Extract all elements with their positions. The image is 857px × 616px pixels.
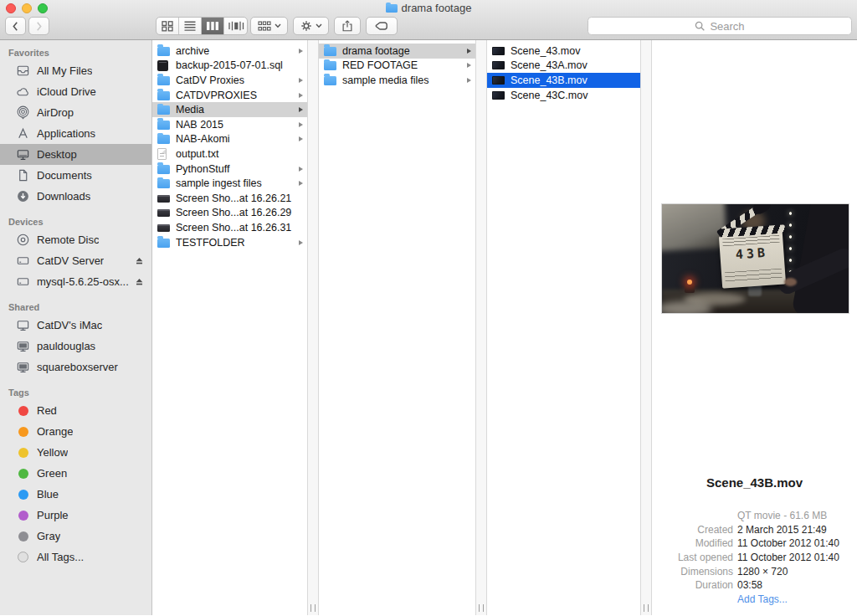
forward-button[interactable] (28, 17, 49, 35)
search-input[interactable]: Search (588, 17, 852, 35)
sidebar-item-desktop[interactable]: Desktop (0, 144, 151, 165)
file-icon (157, 239, 170, 248)
file-row-red-footage[interactable]: RED FOOTAGE (319, 59, 475, 74)
sidebar-item-icon (15, 64, 31, 78)
sidebar-section-tags: Tags Red Orange Yellow (0, 385, 151, 567)
file-icon (157, 105, 170, 115)
sidebar-tag-yellow[interactable]: Yellow (0, 442, 151, 463)
list-view-button[interactable] (179, 18, 202, 34)
chevron-right-icon (467, 78, 471, 83)
sidebar-tag-orange[interactable]: Orange (0, 421, 151, 442)
sidebar-tag-gray[interactable]: Gray (0, 526, 151, 547)
file-row-screen-sho-at-16-26-31[interactable]: Screen Sho...at 16.26.31 (152, 220, 307, 235)
sidebar-item-catdv-s-imac[interactable]: CatDV's iMac (0, 315, 151, 336)
sidebar-tag-green[interactable]: Green (0, 463, 151, 484)
sidebar-item-documents[interactable]: Documents (0, 165, 151, 186)
file-row-testfolder[interactable]: TESTFOLDER (152, 235, 307, 250)
finder-column-2: drama footage RED FOOTAGE sample media f… (319, 40, 475, 615)
action-button[interactable] (293, 17, 329, 35)
sidebar-item-catdv-server[interactable]: CatDV Server (0, 250, 151, 271)
candle-flame (687, 280, 692, 285)
file-row-pythonstuff[interactable]: PythonStuff (152, 162, 307, 177)
file-row-scene-43c-mov[interactable]: Scene_43C.mov (487, 88, 640, 103)
arrange-icon (257, 19, 272, 33)
file-row-nab-2015[interactable]: NAB 2015 (152, 117, 307, 132)
slate-text: 43B (720, 244, 784, 263)
file-row-output-txt[interactable]: output.txt (152, 146, 307, 162)
sidebar-tag-all-tags[interactable]: All Tags... (0, 547, 151, 567)
info-row-duration: Duration 03:58 (652, 578, 852, 593)
file-row-screen-sho-at-16-26-21[interactable]: Screen Sho...at 16.26.21 (152, 191, 307, 206)
toolbar: Search (0, 17, 857, 35)
file-row-catdv-proxies[interactable]: CatDV Proxies (152, 73, 307, 88)
sidebar-item-icloud-drive[interactable]: iCloud Drive (0, 81, 151, 102)
sidebar-item-squareboxserver[interactable]: squareboxserver (0, 357, 151, 377)
file-row-nab-akomi[interactable]: NAB-Akomi (152, 132, 307, 147)
file-icon (492, 76, 505, 85)
file-row-screen-sho-at-16-26-29[interactable]: Screen Sho...at 16.26.29 (152, 206, 307, 221)
file-icon (157, 135, 170, 144)
column-resize-handle[interactable] (644, 604, 649, 612)
arrange-button[interactable] (250, 17, 288, 35)
sidebar-item-icon (15, 318, 31, 332)
file-row-drama-footage[interactable]: drama footage (319, 44, 475, 59)
sidebar-item-icon (15, 105, 31, 120)
chevron-right-icon (299, 136, 303, 141)
coverflow-view-button[interactable] (224, 18, 247, 34)
file-row-media[interactable]: Media (152, 102, 307, 117)
file-row-sample-media-files[interactable]: sample media files (319, 73, 475, 88)
chevron-right-icon (467, 63, 471, 68)
eject-icon[interactable] (135, 256, 144, 265)
gear-icon (300, 19, 313, 33)
column-resize-handle[interactable] (310, 604, 316, 612)
thumbnail-art (661, 203, 727, 251)
sidebar-section-title: Favorites (0, 45, 151, 60)
back-button[interactable] (5, 17, 26, 35)
sidebar-item-mysql-5-6-25-osx[interactable]: mysql-5.6.25-osx... (0, 271, 151, 292)
sidebar-item-downloads[interactable]: Downloads (0, 186, 151, 207)
sidebar-section-shared: Shared CatDV's iMac pauldouglas (0, 300, 151, 377)
file-row-scene-43a-mov[interactable]: Scene_43A.mov (487, 59, 640, 74)
sidebar: Favorites All My Files iCloud Drive (0, 40, 152, 615)
file-kind-size: QT movie - 61.6 MB (737, 510, 852, 521)
file-row-scene-43-mov[interactable]: Scene_43.mov (487, 44, 640, 59)
file-row-catdvproxies[interactable]: CATDVPROXIES (152, 88, 307, 103)
scrollbar-track[interactable] (475, 40, 487, 615)
column-resize-handle[interactable] (479, 604, 484, 612)
file-row-backup-2015-07-01-sql[interactable]: backup-2015-07-01.sql (152, 59, 307, 74)
chevron-left-icon (12, 21, 19, 32)
file-row-scene-43b-mov[interactable]: Scene_43B.mov (487, 73, 640, 88)
list-view-icon (182, 19, 198, 33)
finder-column-1: archive backup-2015-07-01.sql CatDV Prox… (152, 40, 307, 615)
title-bar: drama footage (0, 0, 857, 40)
sidebar-item-applications[interactable]: Applications (0, 123, 151, 144)
tags-button[interactable] (366, 17, 398, 35)
share-button[interactable] (334, 17, 361, 35)
summary-row: QT movie - 61.6 MB (652, 509, 852, 523)
tag-color-icon (15, 448, 31, 458)
sidebar-item-pauldouglas[interactable]: pauldouglas (0, 336, 151, 357)
preview-file-name: Scene_43B.mov (652, 475, 857, 490)
info-row-created: Created 2 March 2015 21:49 (652, 523, 852, 537)
chevron-right-icon (299, 78, 303, 83)
file-row-archive[interactable]: archive (152, 44, 307, 59)
scrollbar-track[interactable] (640, 40, 652, 615)
icon-view-button[interactable] (157, 18, 179, 34)
file-icon (492, 91, 505, 100)
sidebar-tag-red[interactable]: Red (0, 400, 151, 421)
sidebar-item-remote-disc[interactable]: Remote Disc (0, 229, 151, 250)
chevron-right-icon (299, 181, 303, 186)
file-row-sample-ingest-files[interactable]: sample ingest files (152, 176, 307, 191)
finder-content: Favorites All My Files iCloud Drive (0, 40, 857, 615)
sidebar-tag-blue[interactable]: Blue (0, 484, 151, 505)
sidebar-item-airdrop[interactable]: AirDrop (0, 102, 151, 123)
file-icon (157, 121, 170, 130)
sidebar-tag-purple[interactable]: Purple (0, 505, 151, 526)
column-view-button[interactable] (202, 18, 224, 34)
sidebar-item-all-my-files[interactable]: All My Files (0, 60, 151, 81)
file-icon (157, 91, 170, 100)
scrollbar-track[interactable] (307, 40, 319, 615)
add-tags-link[interactable]: Add Tags... (737, 593, 852, 605)
add-tags-row: Add Tags... (652, 593, 852, 607)
eject-icon[interactable] (135, 277, 144, 286)
